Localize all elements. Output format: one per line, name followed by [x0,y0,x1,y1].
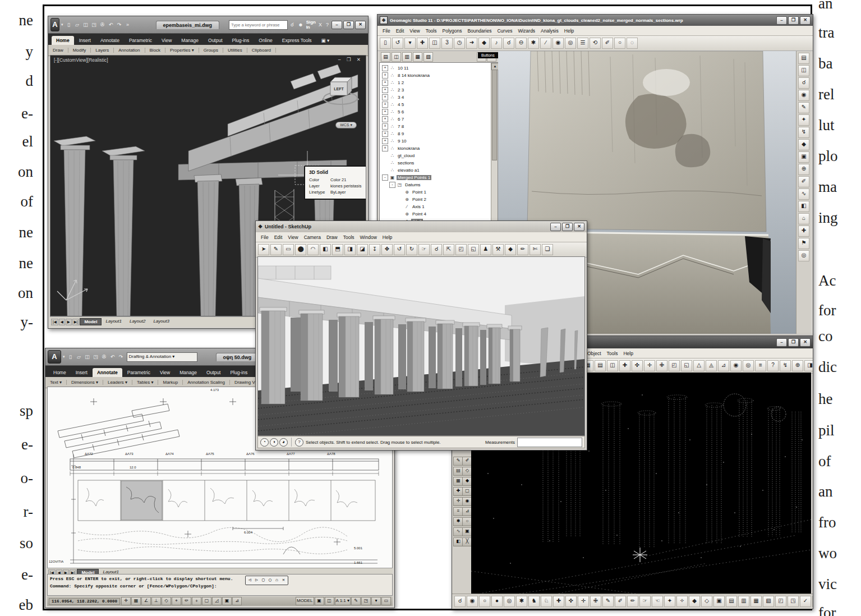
sketchup-viewport[interactable] [257,256,585,436]
toolbar-icon[interactable]: ♞ [528,596,540,607]
qat-icon[interactable]: ▱ [73,21,81,29]
viewcube[interactable]: LEFT [322,72,359,109]
ribbon-tab[interactable]: Parametric [125,36,156,45]
side-toolbar-icon[interactable]: ⌂ [798,213,809,224]
tree-item-label[interactable]: 10 11 [397,66,409,71]
menu-item[interactable]: Help [380,235,395,240]
toolbar-icon[interactable]: ◷ [454,38,465,49]
tree-item-label[interactable]: 4 5 [397,102,405,107]
tree-item-label[interactable]: 6 7 [397,117,405,122]
toolbar-icon[interactable]: ☌ [454,596,466,607]
tree-item[interactable]: + ∴ 4 5 [382,101,498,108]
toolbar-icon[interactable]: ➤ [258,244,269,255]
layout-tab[interactable]: Layout1 [102,318,125,325]
status-control[interactable]: ✎ [351,597,361,605]
close-button[interactable]: ✕ [800,338,811,347]
wcs-button[interactable]: WCS ▾ [335,122,357,128]
ribbon-tab[interactable]: Home [49,368,71,377]
tree-item[interactable]: + ∴ 1 2 [382,79,498,86]
menu-item[interactable]: Window [357,235,380,240]
side-toolbar-icon[interactable]: ◉ [798,90,809,101]
expand-icon[interactable]: + [382,102,388,108]
sketchup-titlebar[interactable]: ❖ Untitled - SketchUp – ❐ ✕ [256,221,587,232]
toolbar-icon[interactable]: ▤ [595,360,606,371]
toolbar-icon[interactable]: ♪ [491,38,502,49]
toolbar-icon[interactable]: ◆ [689,596,700,607]
menu-item[interactable]: Analysis [538,28,561,34]
drafting-toggle-icon[interactable]: ▢ [202,597,211,605]
expand-icon[interactable]: + [382,131,388,137]
toolbar-icon[interactable]: ✙ [656,360,667,371]
toolbar-icon[interactable]: ✎ [270,244,282,255]
tree-item-label[interactable]: gt_cloud [397,153,416,158]
toolbar-icon[interactable]: ○ [614,38,625,49]
menu-item[interactable]: Edit [393,28,407,34]
tree-item[interactable]: ⊕ Point 4 [397,210,498,218]
toolbar-icon[interactable]: ✚ [417,38,428,49]
toolbar-icon[interactable]: ◌ [627,38,638,49]
toolbar-icon[interactable]: ◰ [775,596,786,607]
toolbar-icon[interactable]: ◬ [706,360,717,371]
toolbar-icon[interactable]: △ [693,360,705,371]
search-icon[interactable]: ☌ [289,22,295,27]
ribbon-panel[interactable]: Tables ▾ [132,380,158,385]
side-toolbar-icon[interactable]: ⚑ [798,238,809,249]
toolbar-icon[interactable]: ♘ [541,596,552,607]
help-icon[interactable]: ? [295,438,303,447]
drafting-toggle-icon[interactable]: ◿ [212,597,222,605]
side-toolbar-icon[interactable]: ◧ [798,201,809,212]
toolbar-icon[interactable]: ✜ [632,360,643,371]
mini-toolbar-icon[interactable]: ◯ [267,577,273,584]
tree-item[interactable]: ∴ sections [382,159,498,167]
qat-icon[interactable]: ◫ [82,21,90,29]
qat-icon[interactable]: ✇ [100,353,108,361]
tree-item-label[interactable]: Point 2 [411,197,427,202]
tree-item-label[interactable]: 5 6 [397,109,405,114]
layout-tab[interactable]: Model [80,318,102,325]
tree-item[interactable]: + ∴ 2 3 [382,86,498,94]
status-circle-icon[interactable]: ◑ [270,438,278,447]
expand-icon[interactable]: + [382,80,388,86]
expand-icon[interactable]: + [382,87,388,93]
drafting-toggle-icon[interactable]: ✛ [121,597,131,605]
ribbon-tab[interactable]: Insert [71,368,92,377]
toolbar-icon[interactable]: ✛ [644,360,655,371]
restore-button[interactable]: ❐ [788,16,799,25]
ribbon-panel[interactable]: Annotation [114,48,145,53]
side-toolbar-icon[interactable]: ▤ [798,53,809,64]
app-menu-caret-icon[interactable]: ▾ [61,22,63,27]
expand-icon[interactable]: + [382,116,388,122]
status-circle-icon[interactable]: ◔ [260,438,269,447]
ribbon-tab[interactable]: ▣ ▾ [317,36,334,45]
ribbon-panel[interactable]: Block [145,48,166,53]
ribbon-panel[interactable]: Properties ▾ [165,48,199,53]
layout-nav-icon[interactable]: ▶| [72,319,80,325]
toolbar-icon[interactable]: ☌ [431,244,442,255]
toolbar-icon[interactable]: ♟ [480,244,491,255]
menu-item[interactable]: Edit [271,235,286,240]
toolbar-icon[interactable]: ◰ [455,244,467,255]
toolbar-icon[interactable]: ◆ [505,244,516,255]
tree-item[interactable]: ∴ elevatio a1 [382,167,498,174]
toolbar-icon[interactable]: ✜ [565,596,577,607]
ribbon-tab[interactable]: Manage [175,368,201,377]
panel-tab-icon[interactable]: ▥ [402,52,412,62]
toolbar-icon[interactable]: ◉ [730,360,742,371]
toolbar-icon[interactable]: ⊖ [515,38,527,49]
menu-item[interactable]: Tools [340,235,357,240]
qat-icon[interactable]: ✇ [99,21,107,29]
toolbar-icon[interactable]: ◪ [357,244,368,255]
status-control[interactable]: A 1:1 ▾ [335,597,351,605]
toolbar-icon[interactable]: ◉ [467,596,478,607]
menu-item[interactable]: Object [584,351,604,356]
tree-item-label[interactable]: 3 4 [397,95,405,100]
ribbon-tab[interactable]: Online [254,36,277,45]
menu-item[interactable]: Tools [423,28,440,34]
menu-item[interactable]: File [380,28,393,34]
toolbar-icon[interactable]: ➜ [466,38,477,49]
toolbar-icon[interactable]: ▾ [404,38,416,49]
toolbar-icon[interactable]: ╳ [812,596,813,607]
toolbar-icon[interactable]: ☌ [503,38,514,49]
tree-item[interactable]: + ∴ 8 9 [382,130,498,137]
sign-in-button[interactable]: Sign In [306,20,316,30]
